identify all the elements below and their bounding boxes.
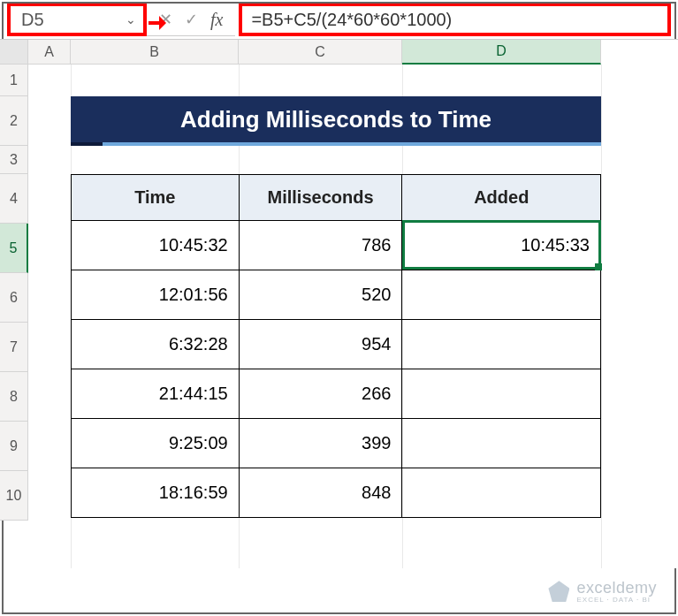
table-row: 9:25:09 399 [72,419,601,468]
title-text: Adding Milliseconds to Time [180,106,491,133]
cell-D10[interactable] [402,468,601,518]
header-ms[interactable]: Milliseconds [239,175,402,221]
callout-arrow-name-to-formula [149,21,164,25]
table-row: 6:32:28 954 [72,320,601,369]
table-row: 21:44:15 266 [72,369,601,419]
cell-C7[interactable]: 954 [239,320,402,369]
enter-icon[interactable]: ✓ [185,10,198,29]
title-banner: Adding Milliseconds to Time [71,96,601,146]
header-added[interactable]: Added [402,175,601,221]
cell-D8[interactable] [402,369,601,419]
col-header-B[interactable]: B [71,40,239,65]
cell-D6[interactable] [402,270,601,320]
table-row: 10:45:32 786 10:45:33 [72,221,601,270]
sheet-area[interactable]: Adding Milliseconds to Time Time Millise… [28,65,678,568]
row-header-1[interactable]: 1 [0,65,28,96]
cell-C8[interactable]: 266 [239,369,402,419]
cell-B6[interactable]: 12:01:56 [72,270,240,320]
cell-C5[interactable]: 786 [239,221,402,270]
cell-D7[interactable] [402,320,601,369]
table-row: 12:01:56 520 [72,270,601,320]
row-header-6[interactable]: 6 [0,273,28,323]
row-header-5[interactable]: 5 [0,224,28,273]
cell-B7[interactable]: 6:32:28 [72,320,240,369]
watermark-sub: EXCEL · DATA · BI [576,597,657,604]
cell-D9[interactable] [402,419,601,468]
table-row: 18:16:59 848 [72,468,601,518]
data-table: Time Milliseconds Added 10:45:32 786 10:… [71,174,601,518]
name-box-value: D5 [21,10,44,30]
row-header-2[interactable]: 2 [0,96,28,146]
worksheet-grid: A B C D 1 2 3 4 5 6 7 8 9 10 Adding Mill… [0,39,678,568]
row-header-10[interactable]: 10 [0,471,28,521]
col-header-D[interactable]: D [402,40,601,65]
row-header-8[interactable]: 8 [0,372,28,422]
cell-D5[interactable]: 10:45:33 [402,221,601,270]
formula-input[interactable]: =B5+C5/(24*60*60*1000) [239,3,671,36]
select-all-triangle[interactable] [0,40,28,65]
row-header-3[interactable]: 3 [0,146,28,174]
row-header-4[interactable]: 4 [0,174,28,224]
formula-text: =B5+C5/(24*60*60*1000) [251,10,452,30]
cell-B10[interactable]: 18:16:59 [72,468,240,518]
fx-icon[interactable]: fx [210,10,223,30]
table-header-row: Time Milliseconds Added [72,175,601,221]
cell-C10[interactable]: 848 [239,468,402,518]
logo-icon [548,581,569,602]
cell-B5[interactable]: 10:45:32 [72,221,240,270]
cell-B9[interactable]: 9:25:09 [72,419,240,468]
watermark: exceldemy EXCEL · DATA · BI [548,580,657,604]
watermark-brand: exceldemy [576,580,657,597]
formula-bar: D5 ⌄ ✕ ✓ fx =B5+C5/(24*60*60*1000) [0,0,678,39]
col-header-A[interactable]: A [28,40,71,65]
row-headers: 1 2 3 4 5 6 7 8 9 10 [0,65,28,568]
cell-C9[interactable]: 399 [239,419,402,468]
chevron-down-icon[interactable]: ⌄ [126,12,136,27]
column-headers: A B C D [0,40,678,65]
col-header-C[interactable]: C [239,40,402,65]
cell-C6[interactable]: 520 [239,270,402,320]
row-header-7[interactable]: 7 [0,323,28,372]
cell-B8[interactable]: 21:44:15 [72,369,240,419]
name-box[interactable]: D5 ⌄ [7,3,147,36]
row-header-9[interactable]: 9 [0,422,28,471]
header-time[interactable]: Time [72,175,240,221]
